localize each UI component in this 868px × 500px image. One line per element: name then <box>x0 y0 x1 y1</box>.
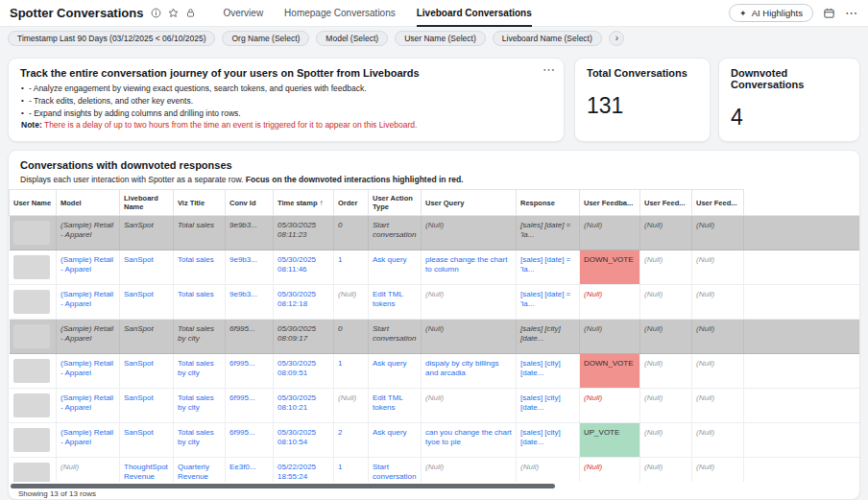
table-scroll-area[interactable]: User NameModelLiveboard NameViz TitleCon… <box>9 189 859 482</box>
table-row[interactable]: (Sample) Retail - ApparelSanSpotTotal sa… <box>10 216 860 250</box>
user-feedback-cell[interactable]: DOWN_VOTE <box>580 250 640 285</box>
column-header-user-name[interactable]: User Name <box>10 190 57 216</box>
info-icon[interactable] <box>151 8 161 18</box>
user-feed-cell[interactable]: (Null) <box>640 354 692 389</box>
column-header-conv-id[interactable]: Conv Id <box>226 190 274 216</box>
user-name-cell[interactable] <box>10 389 57 423</box>
column-header-response[interactable]: Response <box>517 190 580 216</box>
liveboard-cell[interactable]: SanSpot <box>120 216 174 250</box>
response-cell[interactable]: [sales] [city] [date... <box>517 423 580 458</box>
query-cell[interactable]: (Null) <box>422 389 517 423</box>
tab-homepage-conversations[interactable]: Homepage Conversations <box>284 0 396 27</box>
user-name-cell[interactable] <box>10 285 57 320</box>
user-name-cell[interactable] <box>10 458 57 483</box>
time-cell[interactable]: 05/30/2025 08:11:46 <box>274 250 334 285</box>
action-cell[interactable]: Start conversation <box>369 320 422 354</box>
liveboard-cell[interactable]: SanSpot <box>120 389 174 423</box>
table-row[interactable]: (Sample) Retail - ApparelSanSpotTotal sa… <box>10 423 860 458</box>
schedule-icon[interactable] <box>823 7 835 19</box>
order-cell[interactable]: 1 <box>334 458 369 483</box>
conv-cell[interactable]: 9e9b3... <box>226 250 274 285</box>
user-name-cell[interactable] <box>10 354 57 389</box>
model-cell[interactable]: (Sample) Retail - Apparel <box>57 216 120 250</box>
column-header-liveboard-name[interactable]: Liveboard Name <box>120 190 174 216</box>
time-cell[interactable]: 05/30/2025 08:11:23 <box>274 216 334 250</box>
table-row[interactable]: (Null)ThoughtSpot RevenueQuarterly Reven… <box>10 458 860 483</box>
time-cell[interactable]: 05/30/2025 08:12:18 <box>274 285 334 320</box>
liveboard-cell[interactable]: SanSpot <box>120 423 174 458</box>
user-feed-cell[interactable]: (Null) <box>640 320 692 354</box>
horizontal-scrollbar-thumb[interactable] <box>11 484 555 488</box>
user-name-cell[interactable] <box>10 216 57 250</box>
response-cell[interactable]: [sales] [date] = 'la... <box>517 216 580 250</box>
time-cell[interactable]: 05/30/2025 08:10:54 <box>274 423 334 458</box>
column-header-user-query[interactable]: User Query <box>422 190 517 216</box>
time-cell[interactable]: 05/30/2025 08:10:21 <box>274 389 334 423</box>
filter-chip-model[interactable]: Model (Select) <box>316 31 388 46</box>
user-feed-cell[interactable]: (Null) <box>692 458 744 483</box>
order-cell[interactable]: 1 <box>334 354 369 389</box>
order-cell[interactable]: (Null) <box>334 389 369 423</box>
response-cell[interactable]: (Null) <box>517 458 580 483</box>
liveboard-cell[interactable]: ThoughtSpot Revenue <box>120 458 174 483</box>
user-name-cell[interactable] <box>10 320 57 354</box>
more-filters-chevron-icon[interactable]: › <box>609 31 624 46</box>
more-options-icon[interactable]: ⋯ <box>845 7 858 19</box>
conv-cell[interactable]: 9e9b3... <box>226 216 274 250</box>
table-row[interactable]: (Sample) Retail - ApparelSanSpotTotal sa… <box>10 250 860 285</box>
viz-cell[interactable]: Total sales by city <box>174 354 226 389</box>
lock-icon[interactable] <box>185 8 196 18</box>
conv-cell[interactable]: 6f995... <box>226 389 274 423</box>
user-feed-cell[interactable]: (Null) <box>692 389 744 423</box>
order-cell[interactable]: 1 <box>334 250 369 285</box>
query-cell[interactable]: dispaly by city billings and arcadia <box>422 354 517 389</box>
user-feed-cell[interactable]: (Null) <box>692 285 744 320</box>
action-cell[interactable]: Start conversation <box>369 216 422 250</box>
query-cell[interactable]: can you change the chart tyoe to pie <box>422 423 517 458</box>
action-cell[interactable]: Start conversation <box>369 458 422 483</box>
model-cell[interactable]: (Sample) Retail - Apparel <box>57 354 120 389</box>
time-cell[interactable]: 05/30/2025 08:09:17 <box>274 320 334 354</box>
user-feedback-cell[interactable]: (Null) <box>580 458 640 483</box>
tab-liveboard-conversations[interactable]: Liveboard Conversations <box>417 0 532 27</box>
model-cell[interactable]: (Sample) Retail - Apparel <box>57 250 120 285</box>
filter-chip-timestamp[interactable]: Timestamp Last 90 Days (03/12/2025 < 06/… <box>8 31 215 46</box>
query-cell[interactable]: (Null) <box>422 320 517 354</box>
ai-highlights-button[interactable]: ✦ AI Highlights <box>729 4 813 22</box>
conv-cell[interactable]: 6f995... <box>226 354 274 389</box>
conv-cell[interactable]: Ee3f0... <box>226 458 274 483</box>
user-feed-cell[interactable]: (Null) <box>692 250 744 285</box>
action-cell[interactable]: Ask query <box>369 354 422 389</box>
model-cell[interactable]: (Sample) Retail - Apparel <box>57 389 120 423</box>
filter-chip-liveboard-name[interactable]: Liveboard Name (Select) <box>493 31 602 46</box>
order-cell[interactable]: 2 <box>334 423 369 458</box>
filter-chip-user-name[interactable]: User Name (Select) <box>395 31 486 46</box>
user-name-cell[interactable] <box>10 250 57 285</box>
time-cell[interactable]: 05/22/2025 18:55:24 <box>274 458 334 483</box>
user-feed-cell[interactable]: (Null) <box>692 423 744 458</box>
user-feed-cell[interactable]: (Null) <box>640 250 692 285</box>
user-feedback-cell[interactable]: (Null) <box>580 320 640 354</box>
user-feed-cell[interactable]: (Null) <box>692 354 744 389</box>
user-feed-cell[interactable]: (Null) <box>640 216 692 250</box>
query-cell[interactable]: please change the chart to column <box>422 250 517 285</box>
column-header-user-feed[interactable]: User Feed... <box>640 190 692 216</box>
user-feed-cell[interactable]: (Null) <box>692 216 744 250</box>
viz-cell[interactable]: Total sales <box>174 250 226 285</box>
table-row[interactable]: (Sample) Retail - ApparelSanSpotTotal sa… <box>10 354 860 389</box>
model-cell[interactable]: (Null) <box>57 458 120 483</box>
tab-overview[interactable]: Overview <box>223 0 263 27</box>
liveboard-cell[interactable]: SanSpot <box>120 250 174 285</box>
user-feed-cell[interactable]: (Null) <box>692 320 744 354</box>
column-header-user-feedba[interactable]: User Feedba... <box>580 190 640 216</box>
user-feed-cell[interactable]: (Null) <box>640 458 692 483</box>
viz-cell[interactable]: Total sales by city <box>174 320 226 354</box>
response-cell[interactable]: [sales] [date] = 'la... <box>517 285 580 320</box>
action-cell[interactable]: Edit TML tokens <box>369 285 422 320</box>
viz-cell[interactable]: Quarterly Revenue <box>174 458 226 483</box>
column-header-time-stamp[interactable]: Time stamp↑ <box>274 190 334 216</box>
order-cell[interactable]: 0 <box>334 320 369 354</box>
filter-chip-org-name[interactable]: Org Name (Select) <box>222 31 309 46</box>
conv-cell[interactable]: 9e9b3... <box>226 285 274 320</box>
viz-cell[interactable]: Total sales by city <box>174 389 226 423</box>
